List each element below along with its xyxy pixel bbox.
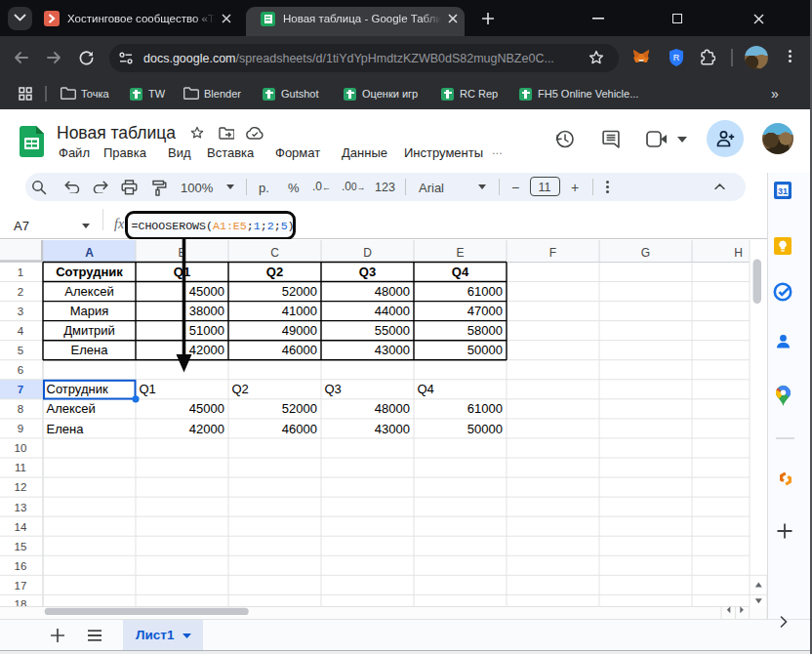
svg-text:5: 5 — [18, 345, 23, 356]
svg-text:Сотрудник: Сотрудник — [56, 265, 123, 279]
svg-text:44000: 44000 — [375, 304, 410, 318]
svg-text:Мария: Мария — [70, 304, 109, 318]
svg-text:E: E — [456, 246, 464, 260]
svg-text:46000: 46000 — [282, 343, 317, 357]
svg-text:43000: 43000 — [375, 343, 410, 357]
svg-text:G: G — [641, 246, 650, 260]
svg-text:8: 8 — [18, 403, 23, 415]
svg-text:48000: 48000 — [375, 401, 410, 416]
svg-text:31: 31 — [778, 186, 788, 196]
svg-text:15: 15 — [15, 541, 27, 552]
svg-text:Елена: Елена — [47, 422, 85, 436]
svg-text:D: D — [363, 246, 372, 260]
svg-text:Елена: Елена — [71, 343, 109, 357]
svg-text:Дмитрий: Дмитрий — [63, 323, 115, 338]
svg-text:46000: 46000 — [282, 422, 317, 436]
svg-text:13: 13 — [15, 502, 27, 513]
svg-text:55000: 55000 — [375, 323, 410, 338]
svg-text:C: C — [270, 246, 279, 260]
svg-text:F: F — [549, 246, 556, 260]
svg-text:Q2: Q2 — [232, 382, 249, 396]
svg-text:3: 3 — [18, 306, 23, 317]
svg-text:6: 6 — [18, 364, 23, 376]
svg-text:14: 14 — [15, 521, 27, 533]
svg-text:12: 12 — [15, 481, 27, 493]
svg-text:45000: 45000 — [189, 284, 224, 299]
svg-text:61000: 61000 — [467, 401, 503, 416]
svg-text:42000: 42000 — [189, 343, 224, 357]
svg-text:48000: 48000 — [375, 284, 410, 299]
svg-text:Алексей: Алексей — [47, 401, 96, 416]
svg-text:42000: 42000 — [189, 422, 224, 436]
svg-text:Сотрудник: Сотрудник — [47, 382, 108, 396]
svg-text:61000: 61000 — [467, 284, 503, 299]
svg-text:45000: 45000 — [189, 401, 224, 416]
svg-text:Q1: Q1 — [174, 265, 190, 279]
svg-text:58000: 58000 — [467, 323, 503, 338]
svg-text:38000: 38000 — [189, 304, 224, 318]
svg-text:49000: 49000 — [282, 323, 317, 338]
svg-text:51000: 51000 — [189, 323, 224, 338]
svg-text:17: 17 — [15, 580, 27, 592]
svg-text:41000: 41000 — [282, 304, 317, 318]
svg-text:H: H — [734, 246, 743, 260]
svg-text:Q4: Q4 — [452, 265, 469, 279]
svg-text:52000: 52000 — [282, 401, 317, 416]
svg-text:4: 4 — [18, 325, 24, 337]
svg-text:1: 1 — [18, 266, 23, 278]
svg-text:10: 10 — [15, 442, 27, 454]
svg-text:Q1: Q1 — [140, 382, 156, 396]
svg-text:R: R — [673, 53, 680, 62]
svg-text:7: 7 — [18, 384, 23, 395]
svg-text:50000: 50000 — [467, 422, 503, 436]
svg-text:43000: 43000 — [375, 422, 410, 436]
svg-text:50000: 50000 — [467, 343, 503, 357]
svg-text:Q3: Q3 — [325, 382, 342, 396]
svg-text:16: 16 — [15, 560, 27, 572]
svg-text:47000: 47000 — [467, 304, 503, 318]
svg-text:11: 11 — [15, 462, 26, 473]
svg-text:52000: 52000 — [282, 284, 317, 299]
svg-text:Q2: Q2 — [266, 265, 283, 279]
svg-text:A: A — [85, 246, 94, 260]
svg-text:2: 2 — [18, 286, 23, 298]
svg-text:Q3: Q3 — [359, 265, 376, 279]
svg-text:Q4: Q4 — [418, 382, 434, 396]
svg-text:Алексей: Алексей — [64, 284, 113, 299]
svg-text:9: 9 — [18, 423, 23, 434]
